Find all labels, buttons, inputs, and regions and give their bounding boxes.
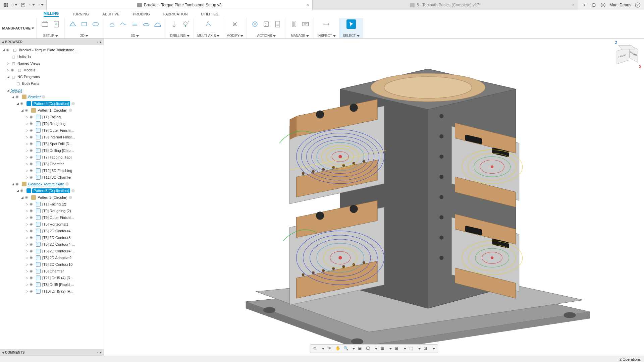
expander-icon[interactable]: ◢	[15, 189, 19, 192]
expander-icon[interactable]: ▷	[25, 176, 29, 179]
tree-op[interactable]: ▷◉[T5] 2D Contour4	[0, 228, 104, 234]
document-tab-1[interactable]: Bracket - Torque Plate Tombstone Setup v…	[46, 0, 312, 10]
expander-icon[interactable]: ▷	[25, 115, 29, 119]
expander-icon[interactable]: ▷	[25, 135, 29, 139]
visibility-icon[interactable]: ◉	[30, 242, 34, 247]
help-icon[interactable]: ?	[635, 2, 641, 8]
2d-icon-3[interactable]	[91, 19, 100, 29]
notifications-icon[interactable]	[600, 2, 606, 8]
browser-tree[interactable]: ◢◉▢Bracket - Torque Plate Tombstone ...▢…	[0, 45, 104, 349]
pan-icon[interactable]: ✋	[335, 346, 341, 351]
browser-panel-header[interactable]: ◂ BROWSER ▫●	[0, 39, 104, 45]
tree-gearbox[interactable]: ◢◉Gearbox Torque Plate	[0, 181, 104, 187]
expander-icon[interactable]: ◢	[11, 182, 15, 186]
collapse-icon[interactable]: ●	[100, 40, 102, 44]
tree-units[interactable]: ▢Units: in	[0, 53, 104, 60]
expander-icon[interactable]: ◢	[1, 48, 5, 52]
drilling-icon-2[interactable]: +	[181, 19, 190, 29]
ribbon-tab-additive[interactable]: ADDITIVE	[102, 12, 119, 16]
expander-icon[interactable]: ▷	[25, 236, 29, 239]
look-icon[interactable]: 👁	[327, 346, 333, 351]
visibility-icon[interactable]: ◉	[30, 276, 34, 280]
expander-icon[interactable]: ▷	[25, 249, 29, 253]
expander-icon[interactable]: ▷	[25, 269, 29, 273]
tree-op[interactable]: ▷◉[T21] Drill5 (4) [R...	[0, 275, 104, 281]
ribbon-tab-fabrication[interactable]: FABRICATION	[163, 12, 188, 16]
tree-op[interactable]: ▷◉[T1] Facing (2)	[0, 201, 104, 207]
collapse-icon[interactable]: ●	[100, 351, 102, 354]
ribbon-tab-probing[interactable]: PROBING	[133, 12, 150, 16]
visibility-icon[interactable]: ◉	[30, 168, 34, 173]
visibility-icon[interactable]: ◉	[20, 101, 25, 106]
undo-icon[interactable]	[29, 2, 35, 8]
user-name[interactable]: Marti Deans	[609, 3, 631, 7]
measure-icon[interactable]	[322, 19, 331, 29]
visibility-icon[interactable]: ◉	[30, 255, 34, 260]
tree-op[interactable]: ▷◉[T12] 3D Finishing	[0, 167, 104, 174]
2d-icon-1[interactable]	[68, 19, 77, 29]
3d-icon-5[interactable]	[153, 19, 162, 29]
close-icon[interactable]: ×	[572, 3, 575, 7]
visibility-icon[interactable]: ◉	[15, 182, 20, 186]
tree-op[interactable]: ▷◉[T8] Chamfer	[0, 161, 104, 167]
tree-op[interactable]: ▷◉[T7] Tapping [Tap]	[0, 154, 104, 161]
visibility-icon[interactable]: ◉	[30, 202, 34, 206]
visibility-icon[interactable]: ◉	[30, 282, 34, 287]
tree-op[interactable]: ▷◉[T1] Facing	[0, 114, 104, 120]
tree-op[interactable]: ▷◉[T5] 2D Contour4 ...	[0, 248, 104, 254]
save-icon[interactable]	[20, 2, 26, 8]
tree-op[interactable]: ▷◉[T11] 3D Chamfer	[0, 174, 104, 181]
viewport[interactable]: Z FRONT RIGHT X ⟲ 👁 ✋ 🔍 ▣ 🖵 ▦ ⊞ ⬚ ⊡	[104, 39, 644, 356]
visibility-icon[interactable]: ◉	[30, 148, 34, 153]
redo-icon[interactable]	[38, 2, 44, 8]
tree-op[interactable]: ▷◉[T8] Chamfer	[0, 268, 104, 275]
ribbon-tab-milling[interactable]: MILLING	[44, 11, 59, 17]
tree-op[interactable]: ▷◉[T5] 2D Contour10	[0, 261, 104, 268]
generate-icon[interactable]	[250, 19, 260, 29]
tree-pattern1[interactable]: ◢◉Pattern1 [Circular]	[0, 107, 104, 114]
setup-sheet-icon[interactable]	[273, 19, 282, 29]
viewcube-front[interactable]: FRONT	[616, 47, 629, 65]
visibility-icon[interactable]: ◉	[25, 108, 30, 113]
ribbon-tab-turning[interactable]: TURNING	[72, 12, 89, 16]
expander-icon[interactable]: ▷	[25, 169, 29, 172]
tree-op[interactable]: ▷◉[T3] Drill5 [Rapid ...	[0, 281, 104, 288]
visibility-icon[interactable]: ◉	[30, 229, 34, 233]
expander-icon[interactable]: ▷	[25, 290, 29, 293]
expander-icon[interactable]: ◢	[6, 88, 10, 92]
expander-icon[interactable]: ▷	[25, 229, 29, 233]
tree-both-parts[interactable]: ▢Both Parts	[0, 80, 104, 87]
visibility-icon[interactable]: ◉	[6, 48, 11, 52]
tree-op[interactable]: ▷◉[T9] Outer Finishi...	[0, 214, 104, 221]
ribbon-tab-utilities[interactable]: UTILITIES	[201, 12, 218, 16]
tree-root[interactable]: ◢◉▢Bracket - Torque Plate Tombstone ...	[0, 47, 104, 53]
viewcube-top[interactable]	[618, 45, 635, 49]
modify-icon[interactable]	[230, 19, 239, 29]
zoom-icon[interactable]: 🔍	[343, 346, 349, 351]
expander-icon[interactable]: ▷	[25, 122, 29, 125]
visibility-icon[interactable]: ◉	[30, 135, 34, 139]
visibility-icon[interactable]: ◉	[30, 262, 34, 267]
visibility-icon[interactable]: ◉	[30, 162, 34, 166]
expander-icon[interactable]: ▷	[25, 202, 29, 206]
multiaxis-icon[interactable]	[204, 19, 213, 29]
grid-icon[interactable]: ⊞	[395, 346, 400, 351]
expander-icon[interactable]: ▷	[6, 68, 10, 72]
tree-nc-programs[interactable]: ◢▢NC Programs	[0, 73, 104, 80]
visibility-icon[interactable]: ◉	[30, 215, 34, 220]
nc-icon[interactable]: G	[52, 19, 61, 29]
tree-op[interactable]: ▷◉[T9] Internal Finis!...	[0, 134, 104, 140]
tree-op[interactable]: ▷◉[T5] Horizontal1	[0, 221, 104, 228]
visibility-icon[interactable]: ◉	[11, 68, 15, 72]
visibility-icon[interactable]: ◉	[25, 195, 30, 200]
drilling-icon-1[interactable]	[169, 19, 179, 29]
display2-icon[interactable]: ▦	[380, 346, 386, 351]
tree-op[interactable]: ▷◉[T9] Roughing (2)	[0, 207, 104, 214]
visibility-icon[interactable]: ◉	[30, 235, 34, 240]
display-icon[interactable]: 🖵	[366, 346, 371, 351]
expander-icon[interactable]: ▷	[25, 276, 29, 280]
expander-icon[interactable]: ▷	[25, 263, 29, 266]
3d-icon-1[interactable]	[107, 19, 117, 29]
tree-setups[interactable]: ◢Setups	[0, 87, 104, 94]
expander-icon[interactable]: ▷	[25, 149, 29, 152]
